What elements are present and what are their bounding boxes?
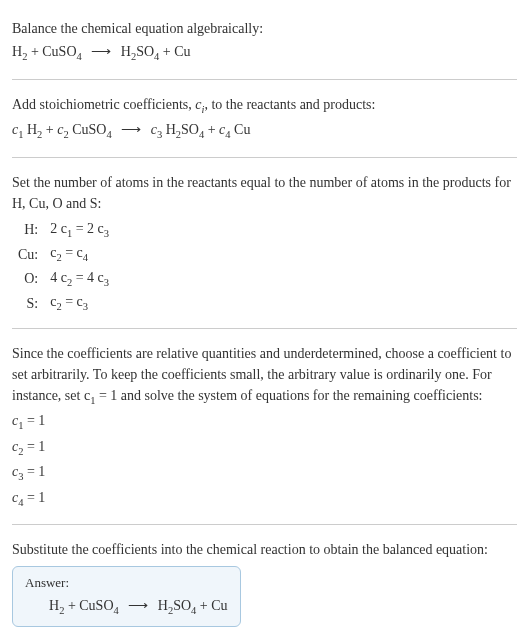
atom-balance-table: H: 2 c1 = 2 c3 Cu: c2 = c4 O: 4 c2 = 4 c… xyxy=(12,218,115,316)
step2-section: Set the number of atoms in the reactants… xyxy=(12,162,517,324)
divider xyxy=(12,79,517,80)
list-item: c1 = 1 xyxy=(12,410,517,434)
divider xyxy=(12,524,517,525)
arrow-icon: ⟶ xyxy=(91,41,111,62)
equation-cell: 4 c2 = 4 c3 xyxy=(44,267,115,291)
list-item: c2 = 1 xyxy=(12,436,517,460)
intro-equation: H2 + CuSO4 ⟶ H2SO4 + Cu xyxy=(12,41,517,65)
step3-text: Since the coefficients are relative quan… xyxy=(12,343,517,409)
product-cu: Cu xyxy=(174,44,190,59)
divider xyxy=(12,328,517,329)
plus: + xyxy=(159,44,174,59)
element-label: S: xyxy=(12,291,44,315)
reactant-h2: H2 xyxy=(12,44,27,59)
intro-section: Balance the chemical equation algebraica… xyxy=(12,8,517,75)
solution-list: c1 = 1 c2 = 1 c3 = 1 c4 = 1 xyxy=(12,410,517,510)
plus: + xyxy=(27,44,42,59)
step4-text: Substitute the coefficients into the che… xyxy=(12,539,517,560)
list-item: c3 = 1 xyxy=(12,461,517,485)
table-row: O: 4 c2 = 4 c3 xyxy=(12,267,115,291)
product-h2so4: H2SO4 xyxy=(121,44,160,59)
table-row: H: 2 c1 = 2 c3 xyxy=(12,218,115,242)
equation-cell: c2 = c3 xyxy=(44,291,115,315)
answer-equation: H2 + CuSO4 ⟶ H2SO4 + Cu xyxy=(25,597,228,616)
arrow-icon: ⟶ xyxy=(121,119,141,140)
step1-section: Add stoichiometric coefficients, ci, to … xyxy=(12,84,517,153)
table-row: S: c2 = c3 xyxy=(12,291,115,315)
step1-text: Add stoichiometric coefficients, ci, to … xyxy=(12,94,517,118)
arrow-icon: ⟶ xyxy=(128,597,148,614)
reactant-cuso4: CuSO4 xyxy=(42,44,81,59)
equation-cell: c2 = c4 xyxy=(44,242,115,266)
intro-line1: Balance the chemical equation algebraica… xyxy=(12,18,517,39)
list-item: c4 = 1 xyxy=(12,487,517,511)
table-row: Cu: c2 = c4 xyxy=(12,242,115,266)
element-label: O: xyxy=(12,267,44,291)
answer-label: Answer: xyxy=(25,575,228,591)
answer-box: Answer: H2 + CuSO4 ⟶ H2SO4 + Cu xyxy=(12,566,241,627)
step4-section: Substitute the coefficients into the che… xyxy=(12,529,517,627)
step1-equation: c1 H2 + c2 CuSO4 ⟶ c3 H2SO4 + c4 Cu xyxy=(12,119,517,143)
equation-cell: 2 c1 = 2 c3 xyxy=(44,218,115,242)
step2-text: Set the number of atoms in the reactants… xyxy=(12,172,517,214)
element-label: H: xyxy=(12,218,44,242)
step3-section: Since the coefficients are relative quan… xyxy=(12,333,517,521)
divider xyxy=(12,157,517,158)
element-label: Cu: xyxy=(12,242,44,266)
